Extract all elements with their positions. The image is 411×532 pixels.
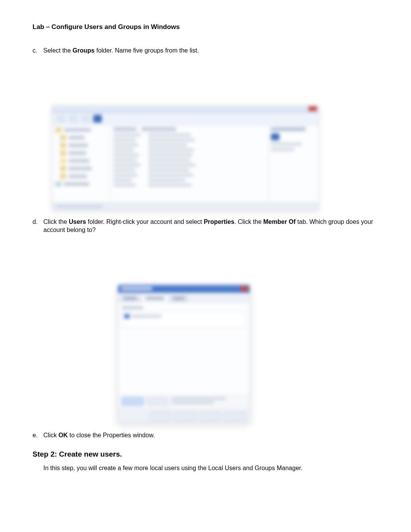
bold-text: Users [69,218,86,225]
list-item [113,174,137,177]
list-pane [110,125,268,202]
tree-label [68,136,85,140]
action-link [271,143,302,146]
list-item [148,133,191,136]
list-item [113,184,136,187]
tab-label [123,297,137,300]
list-item [148,153,192,157]
tree-pane [52,125,110,202]
apply-button [199,412,221,421]
toolbar-button [68,115,78,123]
toolbar-button [81,115,90,123]
text: folder. Name five groups from the list. [95,47,199,54]
item-body: Click OK to close the Properties window. [43,431,378,440]
text: folder. Right-click your account and sel… [86,218,204,225]
tab-profile [170,295,188,302]
tree-label [68,167,92,171]
group-name [132,315,162,318]
list-item [148,169,189,172]
list-item [148,138,195,142]
list-item [148,179,185,182]
list-item [113,169,135,172]
tree-node [55,150,107,156]
tree-label [68,143,88,147]
bold-text: Groups [73,47,95,54]
group-item [124,314,243,319]
help-button [224,412,246,421]
add-remove-row [118,393,250,409]
list-item [113,133,140,136]
text-line [171,401,214,404]
cancel-button [175,412,196,421]
item-body: Click the Users folder. Right-click your… [43,218,378,234]
actions-pane [268,125,319,202]
tree-node [55,158,107,164]
close-icon [240,286,248,291]
text: In this step, you will create a few more… [43,465,208,471]
step2-heading: Step 2: Create new users. [33,450,378,459]
list-item [113,159,137,162]
tree-label [68,174,87,178]
folder-icon [60,135,66,140]
tree-label [64,128,91,132]
folder-icon [60,166,66,171]
properties-dialog [118,285,250,423]
list-item [148,159,190,162]
status-text [56,205,103,208]
folder-icon [60,143,66,148]
dialog-button-row [118,409,250,423]
window-titlebar [52,106,319,113]
tab-label [173,297,185,300]
window-body [52,125,319,202]
dialog-content [118,302,250,393]
actions-header [271,127,306,131]
device-icon [55,181,62,187]
tab-member-of [142,295,168,302]
list-rows [113,133,265,187]
tree-node [55,143,107,148]
tree-label [68,159,89,163]
toolbar-button [56,115,65,123]
item-letter: c. [33,46,43,55]
toolbar [52,113,319,125]
list-item [148,164,195,167]
group-icon [124,314,130,319]
action-link [271,148,294,151]
list-col [148,133,199,187]
folder-open-icon [60,158,66,164]
bold-text: Local Users and Groups Manager [208,465,301,471]
tree-node [55,181,107,187]
text: Click the [43,218,69,225]
list-item [113,153,139,157]
tree-node [55,166,107,171]
tab-general [120,295,140,302]
step-item-c: c. Select the Groups folder. Name five g… [33,46,378,55]
bold-text: OK [58,432,68,438]
list-header [113,127,265,131]
add-button [122,397,144,406]
list-item [148,174,193,177]
dialog-titlebar [118,285,250,293]
member-of-listbox [122,312,246,328]
remove-button [147,397,168,406]
folder-icon [60,174,66,179]
item-letter: e. [33,431,43,440]
step2-intro: In this step, you will create a few more… [43,464,378,472]
item-letter: d. [33,218,43,234]
note-text [171,397,226,406]
list-item [113,138,136,142]
list-item [113,148,134,152]
text: Select the [43,47,73,54]
list-col [113,133,144,187]
list-item [113,164,140,167]
text: . Click the [235,218,264,225]
screenshot-properties-dialog [118,285,249,423]
dialog-title [121,287,152,290]
screenshot-lusrmgr-groups [52,105,318,211]
dialog-tabs [118,293,250,302]
member-of-label [122,306,143,309]
list-item [113,179,132,182]
status-bar [52,202,319,210]
bold-text: Properties [204,218,234,225]
lab-title: Lab – Configure Users and Groups in Wind… [33,23,378,31]
